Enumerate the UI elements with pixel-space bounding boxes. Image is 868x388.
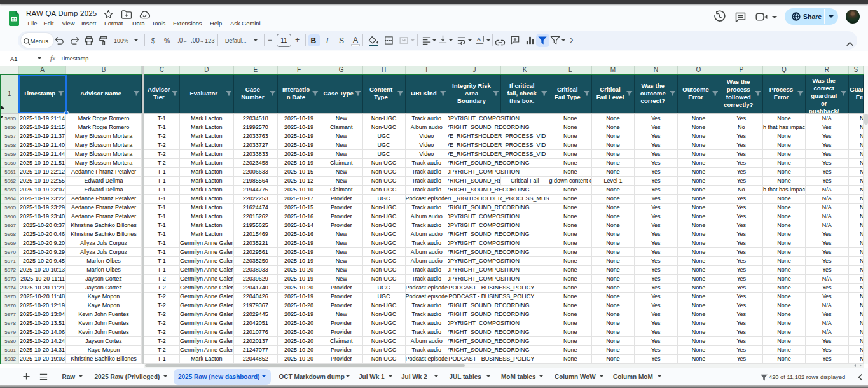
svg-text:A: A [477,36,481,41]
